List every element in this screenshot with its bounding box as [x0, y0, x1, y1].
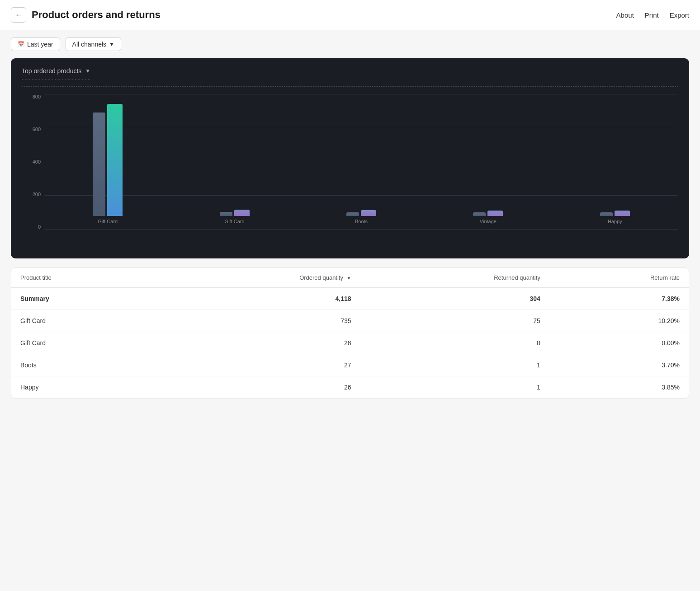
x-label-giftcard1: Gift Card	[98, 216, 118, 230]
bar-group-boots: Boots	[298, 94, 425, 230]
table-row-summary: Summary 4,118 304 7.38%	[11, 288, 689, 310]
bar-group-happy: Happy	[552, 94, 678, 230]
bar-returned-happy	[615, 211, 630, 216]
filters-bar: 📅 Last year All channels ▼	[0, 30, 700, 58]
bar-ordered-vintage	[473, 212, 486, 216]
data-table: Product title Ordered quantity ▼ Returne…	[11, 267, 689, 399]
summary-returned: 304	[360, 288, 549, 310]
row-rate: 0.00%	[549, 332, 689, 354]
date-filter-label: Last year	[27, 41, 53, 48]
summary-product: Summary	[11, 288, 156, 310]
row-returned: 1	[360, 354, 549, 376]
chevron-down-icon: ▼	[109, 41, 114, 47]
export-link[interactable]: Export	[670, 11, 689, 19]
bars-giftcard1	[44, 94, 171, 216]
row-product: Happy	[11, 376, 156, 399]
table-row: Gift Card 28 0 0.00%	[11, 332, 689, 354]
bars-happy	[552, 94, 678, 216]
x-label-vintage: Vintage	[480, 216, 497, 230]
x-label-giftcard2: Gift Card	[225, 216, 245, 230]
col-returned-qty: Returned quantity	[360, 268, 549, 288]
about-link[interactable]: About	[616, 11, 634, 19]
bar-returned-vintage	[487, 211, 503, 216]
y-label-800: 800	[22, 94, 44, 99]
channel-filter-button[interactable]: All channels ▼	[66, 38, 121, 51]
y-label-200: 200	[22, 192, 44, 197]
bar-ordered-giftcard2	[220, 212, 232, 216]
header-left: ← Product orders and returns	[11, 7, 161, 23]
back-icon: ←	[15, 11, 22, 19]
col-return-rate: Return rate	[549, 268, 689, 288]
bar-ordered-giftcard1	[93, 113, 105, 216]
table-row: Happy 26 1 3.85%	[11, 376, 689, 399]
row-returned: 1	[360, 376, 549, 399]
page-header: ← Product orders and returns About Print…	[0, 0, 700, 30]
table-row: Gift Card 735 75 10.20%	[11, 310, 689, 332]
row-rate: 10.20%	[549, 310, 689, 332]
calendar-icon: 📅	[18, 41, 24, 47]
y-label-400: 400	[22, 159, 44, 164]
row-rate: 3.70%	[549, 354, 689, 376]
x-label-boots: Boots	[355, 216, 368, 230]
sort-icon: ▼	[347, 276, 351, 281]
col-ordered-qty[interactable]: Ordered quantity ▼	[156, 268, 360, 288]
bar-returned-giftcard1	[107, 104, 123, 216]
summary-ordered: 4,118	[156, 288, 360, 310]
row-product: Boots	[11, 354, 156, 376]
bar-group-giftcard1: Gift Card	[44, 94, 171, 230]
main-content: Top ordered products ▼ - - - - - - - - -…	[0, 58, 700, 409]
row-rate: 3.85%	[549, 376, 689, 399]
bar-returned-boots	[361, 210, 376, 216]
bar-ordered-happy	[600, 212, 613, 216]
chart-container: Top ordered products ▼ - - - - - - - - -…	[11, 58, 689, 258]
chart-area: 800 600 400 200 0	[22, 94, 678, 248]
chart-title-dropdown-icon[interactable]: ▼	[85, 68, 90, 74]
bars-giftcard2	[171, 94, 298, 216]
y-axis: 800 600 400 200 0	[22, 94, 44, 230]
summary-rate: 7.38%	[549, 288, 689, 310]
header-right: About Print Export	[616, 11, 689, 19]
bar-ordered-boots	[346, 212, 359, 216]
row-ordered: 26	[156, 376, 360, 399]
row-ordered: 27	[156, 354, 360, 376]
bars-vintage	[425, 94, 551, 216]
row-ordered: 735	[156, 310, 360, 332]
y-label-600: 600	[22, 127, 44, 132]
row-returned: 75	[360, 310, 549, 332]
date-filter-button[interactable]: 📅 Last year	[11, 38, 60, 51]
table-header-row: Product title Ordered quantity ▼ Returne…	[11, 268, 689, 288]
chart-title-row: Top ordered products ▼	[22, 67, 678, 75]
print-link[interactable]: Print	[645, 11, 659, 19]
back-button[interactable]: ←	[11, 7, 26, 23]
bars-boots	[298, 94, 425, 216]
chart-title: Top ordered products	[22, 67, 81, 75]
row-product: Gift Card	[11, 332, 156, 354]
bar-group-giftcard2: Gift Card	[171, 94, 298, 230]
bar-group-vintage: Vintage	[425, 94, 551, 230]
row-ordered: 28	[156, 332, 360, 354]
orders-table: Product title Ordered quantity ▼ Returne…	[11, 268, 689, 398]
channel-filter-label: All channels	[72, 41, 107, 48]
chart-bars: Gift Card Gift Card Boots	[44, 94, 678, 230]
row-product: Gift Card	[11, 310, 156, 332]
x-label-happy: Happy	[608, 216, 622, 230]
bar-returned-giftcard2	[234, 210, 250, 216]
chart-subtitle: - - - - - - - - - - - - - - - - - - - - …	[22, 76, 678, 87]
row-returned: 0	[360, 332, 549, 354]
table-row: Boots 27 1 3.70%	[11, 354, 689, 376]
col-product-title: Product title	[11, 268, 156, 288]
y-label-0: 0	[22, 224, 44, 230]
page-title: Product orders and returns	[32, 9, 161, 21]
